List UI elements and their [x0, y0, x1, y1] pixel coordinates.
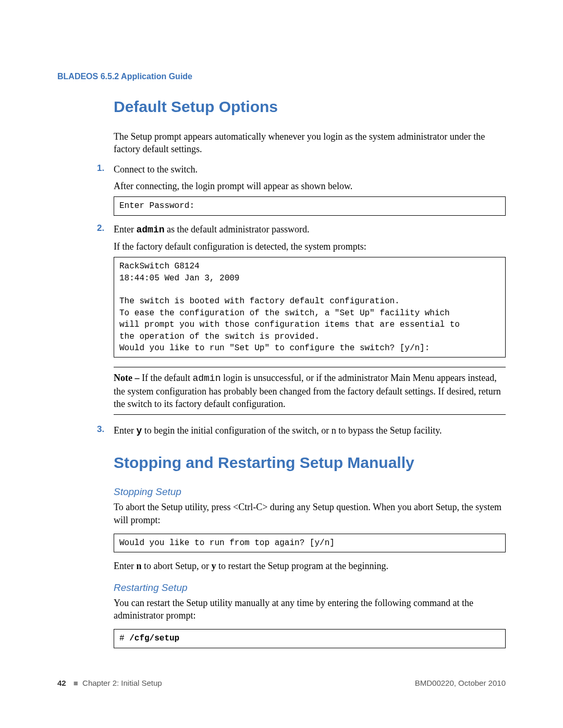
step-3-number: 3. [97, 424, 104, 435]
page-number: 42 [57, 678, 66, 687]
page-footer: 42 ■ Chapter 2: Initial Setup BMD00220, … [57, 678, 506, 687]
note-rule-bottom [114, 414, 506, 415]
note-text: Note – If the default admin login is uns… [114, 372, 506, 410]
running-header: BLADEOS 6.5.2 Application Guide [57, 72, 506, 81]
page-content: Default Setup Options The Setup prompt a… [114, 98, 506, 648]
step-2-line-b: If the factory default configuration is … [114, 240, 506, 253]
heading-default-setup-options: Default Setup Options [114, 98, 506, 116]
note-rule-top [114, 367, 506, 367]
heading-stopping-restarting: Stopping and Restarting Setup Manually [114, 454, 506, 472]
restarting-paragraph: You can restart the Setup utility manual… [114, 597, 506, 622]
step-3: 3. Enter y to begin the initial configur… [97, 424, 506, 437]
step-1-line-b: After connecting, the login prompt will … [114, 180, 506, 192]
footer-left: 42 ■ Chapter 2: Initial Setup [57, 678, 162, 687]
stopping-paragraph: To abort the Setup utility, press <Ctrl-… [114, 501, 506, 526]
intro-paragraph: The Setup prompt appears automatically w… [114, 130, 506, 156]
step-1-number: 1. [97, 163, 104, 174]
code-enter-password: Enter Password: [114, 196, 506, 215]
code-factory-default-prompt: RackSwitch G8124 18:44:05 Wed Jan 3, 200… [114, 257, 506, 357]
step-2-line-a: Enter admin as the default administrator… [114, 223, 506, 236]
step-1-line-a: Connect to the switch. [114, 163, 506, 176]
abort-restart-paragraph: Enter n to abort Setup, or y to restart … [114, 560, 506, 572]
step-2: 2. Enter admin as the default administra… [97, 223, 506, 415]
step-2-number: 2. [97, 223, 104, 233]
subhead-stopping-setup: Stopping Setup [114, 486, 506, 498]
document-page: BLADEOS 6.5.2 Application Guide Default … [0, 0, 563, 648]
code-run-from-top: Would you like to run from top again? [y… [114, 534, 506, 552]
footer-separator-icon: ■ [74, 678, 78, 687]
code-cfg-setup: # /cfg/setup [114, 629, 506, 648]
chapter-label: Chapter 2: Initial Setup [82, 678, 162, 687]
subhead-restarting-setup: Restarting Setup [114, 582, 506, 594]
step-3-text: Enter y to begin the initial configurati… [114, 424, 506, 437]
footer-right: BMD00220, October 2010 [415, 678, 506, 687]
step-1: 1. Connect to the switch. After connecti… [97, 163, 506, 216]
